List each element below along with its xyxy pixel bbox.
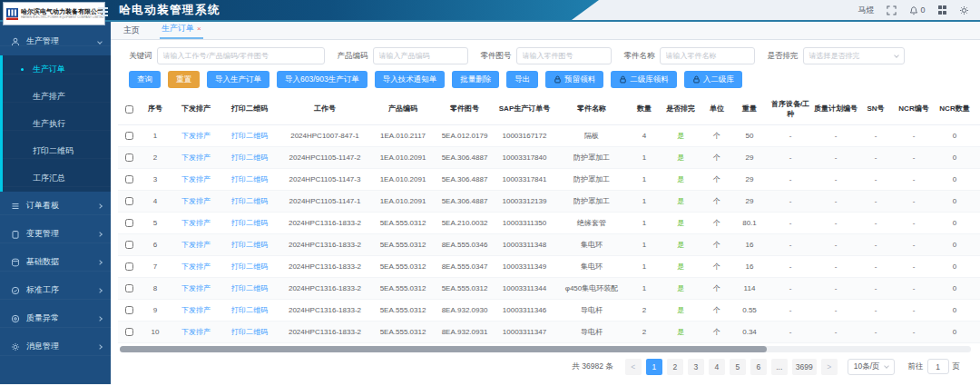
row-checkbox[interactable] — [125, 306, 133, 314]
row-checkbox[interactable] — [125, 197, 133, 205]
secondary-store-pick-button[interactable]: 二级库领料 — [611, 71, 677, 88]
page-size-select[interactable]: 10条/页 — [848, 359, 895, 375]
row-checkbox[interactable] — [125, 241, 133, 249]
part-drawing-input[interactable] — [516, 47, 612, 64]
print-qr-link[interactable]: 打印二维码 — [231, 328, 268, 336]
tab-production-order[interactable]: 生产订单 × — [160, 22, 203, 39]
cell-product-code: 1EA.010.2091 — [372, 146, 434, 168]
column-header: 打印二维码 — [221, 95, 278, 124]
cell-ncr-no: - — [893, 146, 935, 168]
import-notice-button[interactable]: 导入技术通知单 — [375, 71, 446, 88]
dispatch-link[interactable]: 下发排产 — [181, 328, 211, 336]
page-number[interactable]: 2 — [667, 359, 683, 375]
sidebar-group-change-mgmt[interactable]: 变更管理 — [0, 220, 111, 248]
scheduled-select[interactable]: 请选择是否排完 — [803, 47, 905, 64]
print-qr-link[interactable]: 打印二维码 — [231, 175, 268, 183]
sidebar-group-base-data[interactable]: 基础数据 — [0, 248, 111, 276]
dispatch-link[interactable]: 下发排产 — [181, 153, 211, 162]
page-number[interactable]: 4 — [709, 359, 725, 375]
dispatch-link[interactable]: 下发排产 — [181, 219, 211, 227]
cell-unit: 个 — [702, 255, 731, 277]
column-header: SAP生产订单号 — [495, 95, 554, 124]
pagination: 共 36982 条 < 123456...3699 > 10条/页 前往 页 — [118, 355, 973, 382]
table-row: 8 下发排产 打印二维码 2024HPC1316-1833-2 5EA.555.… — [118, 277, 980, 299]
sidebar-group-quality[interactable]: 质量异常 — [0, 304, 111, 332]
row-checkbox[interactable] — [125, 219, 133, 227]
dispatch-link[interactable]: 下发排产 — [181, 306, 211, 314]
cell-weight: 50 — [731, 124, 768, 146]
print-qr-link[interactable]: 打印二维码 — [231, 306, 268, 314]
dispatch-link[interactable]: 下发排产 — [181, 241, 211, 249]
cell-sn-no: - — [858, 168, 893, 190]
fullscreen-icon[interactable] — [887, 5, 897, 15]
tab-home[interactable]: 主页 — [122, 22, 142, 39]
prev-page-button[interactable]: < — [625, 359, 642, 375]
reset-button[interactable]: 重置 — [168, 71, 200, 88]
settings-gear-icon[interactable] — [959, 5, 969, 15]
import-order-button[interactable]: 导入生产订单 — [207, 71, 270, 88]
row-checkbox[interactable] — [125, 262, 133, 271]
page-number[interactable]: 3 — [688, 359, 704, 375]
page-number[interactable]: 5 — [730, 359, 746, 375]
select-all-checkbox[interactable] — [125, 105, 133, 114]
reserve-material-button[interactable]: 预留领料 — [545, 71, 603, 88]
row-checkbox[interactable] — [125, 328, 133, 336]
query-button[interactable]: 查询 — [129, 71, 161, 88]
submenu-item[interactable]: 生产排产 — [3, 83, 111, 110]
cell-ncr-qty: 0 — [935, 212, 975, 233]
cell-part-drawing-no: 8EA.555.0347 — [434, 255, 495, 277]
close-tab-icon[interactable]: × — [197, 25, 201, 33]
page-number[interactable]: 6 — [750, 359, 767, 375]
submenu-item[interactable]: 工序汇总 — [3, 164, 111, 192]
print-qr-link[interactable]: 打印二维码 — [231, 197, 268, 205]
print-qr-link[interactable]: 打印二维码 — [231, 284, 268, 292]
apps-grid-icon[interactable] — [938, 5, 947, 15]
cell-sap-order-no: 10003312139 — [495, 190, 554, 212]
print-qr-link[interactable]: 打印二维码 — [231, 132, 268, 140]
submenu-item[interactable]: 打印二维码 — [3, 137, 111, 164]
submenu-item[interactable]: 生产执行 — [3, 110, 111, 137]
cell-sap-order-no: 10003311350 — [495, 212, 554, 233]
sidebar-group-standard-process[interactable]: 标准工序 — [0, 276, 111, 304]
cell-sap-order-no: 10003311346 — [495, 299, 554, 321]
sidebar-group-messages[interactable]: 消息管理 — [0, 332, 111, 361]
dispatch-link[interactable]: 下发排产 — [181, 262, 211, 271]
dispatch-link[interactable]: 下发排产 — [181, 132, 211, 140]
cell-first-equipment: - — [768, 124, 813, 146]
cell-part-drawing-no: 5EA.210.0032 — [434, 212, 495, 233]
product-code-input[interactable] — [373, 47, 468, 64]
export-button[interactable]: 导出 — [506, 71, 538, 88]
user-name[interactable]: 马煜 — [858, 5, 874, 16]
horizontal-scrollbar-thumb[interactable] — [120, 346, 767, 352]
next-page-button[interactable]: > — [821, 359, 838, 375]
print-qr-link[interactable]: 打印二维码 — [231, 241, 268, 249]
secondary-store-in-button[interactable]: 入二级库 — [684, 71, 742, 88]
page-number[interactable]: 1 — [646, 359, 662, 375]
row-checkbox[interactable] — [125, 132, 133, 140]
cell-qty: 4 — [630, 124, 659, 146]
row-checkbox[interactable] — [125, 284, 133, 292]
submenu-item[interactable]: 生产订单 — [3, 55, 111, 83]
part-name-input[interactable] — [660, 47, 755, 64]
keyword-input[interactable] — [157, 47, 325, 64]
cell-weight: 16 — [731, 233, 768, 255]
dispatch-link[interactable]: 下发排产 — [181, 284, 211, 292]
sidebar-group-order-board[interactable]: 订单看板 — [0, 192, 111, 220]
batch-delete-button[interactable]: 批量删除 — [452, 71, 499, 88]
menu-collapse-icon[interactable] — [98, 7, 108, 18]
dispatch-link[interactable]: 下发排产 — [181, 175, 211, 183]
print-qr-link[interactable]: 打印二维码 — [231, 262, 268, 271]
horizontal-scrollbar-track[interactable] — [120, 346, 971, 352]
page-number[interactable]: ... — [771, 359, 788, 375]
cell-seq: 5 — [140, 212, 171, 233]
print-qr-link[interactable]: 打印二维码 — [231, 219, 268, 227]
sidebar-group-production[interactable]: 生产管理 — [0, 27, 111, 55]
page-number[interactable]: 3699 — [792, 359, 817, 375]
row-checkbox[interactable] — [125, 175, 133, 183]
import-603-button[interactable]: 导入603/903生产订单 — [277, 71, 368, 88]
goto-page-input[interactable] — [927, 359, 949, 374]
dispatch-link[interactable]: 下发排产 — [181, 197, 211, 205]
print-qr-link[interactable]: 打印二维码 — [231, 153, 268, 162]
notification-bell[interactable]: 0 — [909, 5, 925, 15]
row-checkbox[interactable] — [125, 153, 133, 162]
